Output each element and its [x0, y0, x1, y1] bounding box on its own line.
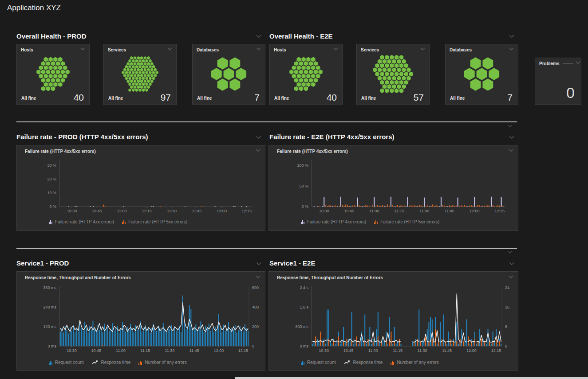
- panel-title: Response time, Throughput and Number of …: [25, 275, 131, 280]
- bar-series-icon: [374, 220, 378, 224]
- legend-item-4xx[interactable]: Failure rate (HTTP 4xx errors): [49, 219, 114, 224]
- hex-grid-svg: [19, 54, 87, 94]
- tile-hosts-prod[interactable]: Hosts All fine 40: [16, 44, 90, 105]
- svg-text:11:45: 11:45: [445, 209, 454, 213]
- svg-text:24: 24: [505, 285, 509, 290]
- legend-item-response-time[interactable]: Response time: [344, 360, 383, 365]
- chevron-down-icon[interactable]: [576, 61, 580, 64]
- tile-services-e2e[interactable]: Services All fine 57: [356, 44, 430, 105]
- chevron-down-icon[interactable]: [509, 136, 514, 139]
- chevron-down-icon[interactable]: [256, 35, 261, 38]
- svg-text:12:00: 12:00: [470, 209, 480, 213]
- section-title-health-prod: Overall Health - PROD: [16, 32, 87, 40]
- svg-text:10:30: 10:30: [67, 209, 77, 213]
- legend-label: Number of any errors: [145, 360, 186, 365]
- section-title-failure-e2e: Failure rate - E2E (HTTP 4xx/5xx errors): [269, 133, 395, 141]
- svg-text:10:30: 10:30: [319, 209, 329, 213]
- chevron-down-icon[interactable]: [507, 250, 513, 254]
- legend-item-errors[interactable]: Number of any errors: [138, 360, 186, 365]
- tile-count: 57: [414, 92, 424, 103]
- chevron-down-icon[interactable]: [167, 47, 172, 51]
- chevron-down-icon[interactable]: [256, 47, 261, 51]
- svg-text:0 %: 0 %: [49, 204, 56, 209]
- svg-text:400: 400: [252, 305, 259, 309]
- chevron-down-icon[interactable]: [256, 262, 261, 266]
- legend-label: Request count: [55, 360, 84, 365]
- legend-item-requests[interactable]: Request count: [301, 360, 336, 365]
- chevron-down-icon[interactable]: [333, 47, 338, 51]
- tile-problems[interactable]: Problems 0: [535, 58, 581, 105]
- svg-text:240 ms: 240 ms: [43, 305, 56, 309]
- tile-count: 7: [254, 92, 260, 103]
- legend-item-5xx[interactable]: Failure rate (HTTP 5xx errors): [374, 219, 439, 224]
- svg-text:11:30: 11:30: [419, 209, 429, 213]
- svg-text:11:45: 11:45: [442, 348, 452, 353]
- chart-svg: 2.4 s1.6 s800 ms0 ms24168010:3010:4511:0…: [269, 284, 518, 354]
- chart-panel-failure-prod: Failure rate (HTTP 4xx/5xx errors) 30 %2…: [16, 145, 265, 231]
- legend-label: Failure rate (HTTP 4xx errors): [307, 219, 366, 224]
- chart-panel-service-e2e: Response time, Throughput and Number of …: [268, 271, 518, 371]
- legend-item-5xx[interactable]: Failure rate (HTTP 5xx errors): [122, 219, 187, 224]
- service-e2e-chart[interactable]: 2.4 s1.6 s800 ms0 ms24168010:3010:4511:0…: [269, 284, 518, 354]
- chart-legend: Request count Response time Number of an…: [49, 360, 187, 365]
- tile-status: All fine: [108, 96, 123, 101]
- chevron-down-icon[interactable]: [256, 149, 260, 152]
- tile-status: All fine: [450, 96, 465, 101]
- chevron-down-icon[interactable]: [509, 149, 513, 152]
- legend-item-4xx[interactable]: Failure rate (HTTP 4xx errors): [301, 219, 366, 224]
- horizontal-scrollbar[interactable]: [235, 377, 588, 379]
- bar-series-icon: [122, 220, 126, 224]
- hex-grid: [194, 54, 263, 94]
- svg-text:11:00: 11:00: [368, 348, 378, 353]
- svg-text:11:15: 11:15: [140, 348, 150, 353]
- failure-rate-e2e-chart[interactable]: 100 %50 %0 %10:3010:4511:0011:1511:3011:…: [269, 158, 518, 215]
- svg-text:10 %: 10 %: [47, 191, 56, 195]
- bar-series-icon: [301, 360, 304, 365]
- chevron-down-icon[interactable]: [509, 47, 514, 51]
- chevron-down-icon[interactable]: [509, 262, 514, 266]
- service-prod-chart[interactable]: 360 ms240 ms120 ms0 ms600400200010:3010:…: [17, 284, 265, 354]
- chevron-down-icon[interactable]: [80, 47, 85, 51]
- tile-databases-e2e[interactable]: Databases All fine 7: [445, 44, 518, 105]
- svg-text:0 %: 0 %: [301, 204, 308, 209]
- chevron-down-icon[interactable]: [509, 35, 514, 38]
- svg-text:12:00: 12:00: [217, 209, 227, 213]
- svg-text:11:15: 11:15: [395, 209, 404, 213]
- legend-item-requests[interactable]: Request count: [49, 360, 84, 365]
- line-series-icon: [344, 360, 351, 365]
- section-divider: [16, 121, 517, 122]
- svg-text:200: 200: [252, 324, 259, 329]
- hex-grid: [19, 54, 87, 94]
- chevron-down-icon[interactable]: [509, 275, 513, 278]
- chevron-down-icon[interactable]: [256, 275, 260, 278]
- tile-services-prod[interactable]: Services All fine 97: [103, 44, 177, 105]
- chevron-down-icon[interactable]: [507, 124, 513, 128]
- svg-text:10:30: 10:30: [319, 348, 329, 353]
- svg-text:20 %: 20 %: [47, 177, 56, 181]
- tile-hosts-e2e[interactable]: Hosts All fine 40: [269, 44, 343, 105]
- legend-item-response-time[interactable]: Response time: [92, 360, 131, 365]
- hex-grid-svg: [106, 54, 174, 94]
- failure-rate-prod-chart[interactable]: 30 %20 %10 %0 %10:3010:4511:0011:1511:30…: [17, 158, 265, 215]
- tile-title: Services: [108, 47, 126, 52]
- svg-text:11:30: 11:30: [167, 209, 177, 213]
- tile-databases-prod[interactable]: Databases All fine 7: [192, 44, 265, 105]
- svg-text:1.6 s: 1.6 s: [300, 305, 308, 309]
- hex-grid: [447, 54, 516, 94]
- chevron-down-icon[interactable]: [420, 47, 425, 51]
- svg-text:11:45: 11:45: [189, 348, 199, 353]
- bar-series-icon: [301, 220, 304, 224]
- tile-title: Databases: [197, 47, 219, 52]
- tile-status: All fine: [361, 96, 376, 101]
- chevron-down-icon[interactable]: [256, 136, 261, 139]
- chart-panel-failure-e2e: Failure rate (HTTP 4xx/5xx errors) 100 %…: [268, 145, 518, 231]
- svg-text:120 ms: 120 ms: [43, 324, 56, 329]
- tile-title: Hosts: [274, 47, 286, 52]
- legend-item-errors[interactable]: Number of any errors: [391, 360, 438, 365]
- chart-legend: Request count Response time Number of an…: [301, 360, 439, 365]
- bar-series-icon: [138, 360, 142, 365]
- svg-text:11:15: 11:15: [142, 209, 152, 213]
- tile-title: Problems: [539, 61, 560, 66]
- svg-text:11:30: 11:30: [418, 348, 427, 353]
- hex-grid-svg: [194, 54, 263, 94]
